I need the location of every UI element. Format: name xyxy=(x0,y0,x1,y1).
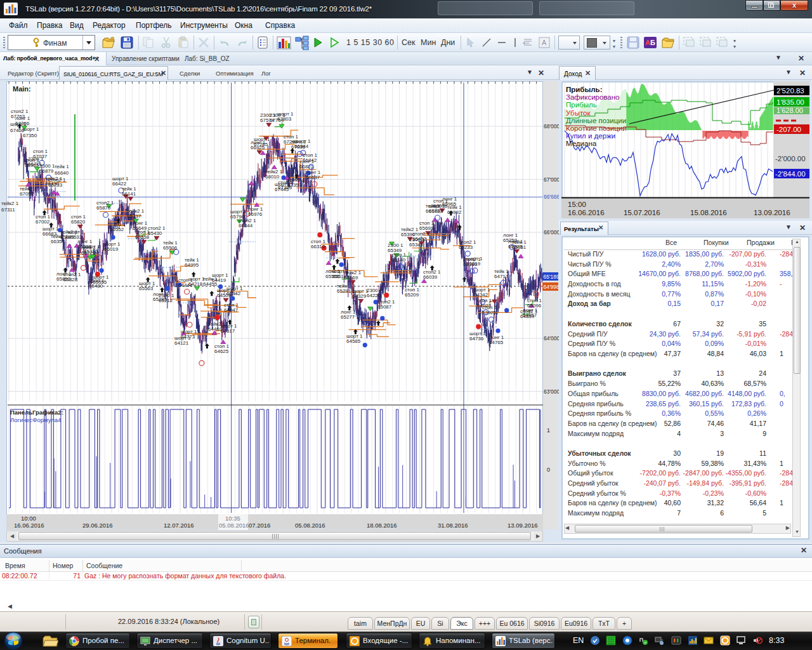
svg-text:68'000: 68'000 xyxy=(544,123,559,129)
svg-text:65992: 65992 xyxy=(447,209,462,215)
svg-text:65277: 65277 xyxy=(341,314,355,320)
svg-text:66'666: 66'666 xyxy=(544,194,559,200)
svg-text:Медиана: Медиана xyxy=(566,140,597,147)
svg-text:64342: 64342 xyxy=(474,292,488,298)
svg-text:64121: 64121 xyxy=(174,340,189,346)
svg-text:65096: 65096 xyxy=(527,303,542,308)
svg-text:1: 1 xyxy=(547,427,550,434)
svg-text:Длинные позиции: Длинные позиции xyxy=(566,117,626,124)
svg-text:65820: 65820 xyxy=(71,219,86,225)
svg-text:64736: 64736 xyxy=(469,336,484,342)
svg-text:65212: 65212 xyxy=(159,298,173,303)
svg-text:66310: 66310 xyxy=(311,244,325,249)
svg-text:64218: 64218 xyxy=(188,281,203,287)
svg-text:Б: Б xyxy=(650,39,655,46)
svg-text:67350: 67350 xyxy=(23,133,37,138)
svg-text:66039: 66039 xyxy=(423,274,438,280)
svg-text:13.09.2016: 13.09.2016 xyxy=(754,209,790,216)
svg-text:64419: 64419 xyxy=(212,277,226,283)
svg-text:Купил и держи: Купил и держи xyxy=(566,132,615,140)
svg-text:15.07.2016: 15.07.2016 xyxy=(624,209,660,216)
svg-text:67803: 67803 xyxy=(277,116,292,122)
svg-text:Короткие позиции: Короткие позиции xyxy=(566,124,627,132)
svg-text:65328: 65328 xyxy=(63,277,78,282)
svg-text:2'520.83: 2'520.83 xyxy=(776,87,804,95)
svg-text:66976: 66976 xyxy=(248,211,263,217)
svg-text:1'628.00: 1'628.00 xyxy=(776,107,803,114)
svg-text:16.06.2016: 16.06.2016 xyxy=(568,209,605,216)
svg-text:65563: 65563 xyxy=(139,286,154,291)
svg-text:66552: 66552 xyxy=(110,227,124,232)
svg-text:64765: 64765 xyxy=(489,340,504,345)
svg-text:Зафиксировано: Зафиксировано xyxy=(566,93,619,101)
svg-text:-2'844.00: -2'844.00 xyxy=(775,170,806,178)
svg-text:66233: 66233 xyxy=(48,182,63,188)
svg-text:65555: 65555 xyxy=(93,279,107,285)
svg-text:66944: 66944 xyxy=(294,143,309,149)
svg-text:65432: 65432 xyxy=(412,236,427,242)
svg-text:65506: 65506 xyxy=(163,245,178,251)
svg-text:64669: 64669 xyxy=(344,275,358,281)
svg-text:66640: 66640 xyxy=(55,170,69,176)
svg-text:64625: 64625 xyxy=(214,348,229,354)
svg-text:64220: 64220 xyxy=(367,293,381,298)
svg-text:63925: 63925 xyxy=(482,310,497,315)
svg-text:65209: 65209 xyxy=(405,292,419,298)
svg-text:64995: 64995 xyxy=(185,262,199,268)
svg-text:ПанельГрафика2:: ПанельГрафика2: xyxy=(10,409,63,416)
svg-text:Main:: Main: xyxy=(13,85,31,93)
svg-text:65087: 65087 xyxy=(377,304,392,310)
svg-text:64329: 64329 xyxy=(352,293,367,299)
svg-text:67037: 67037 xyxy=(33,154,48,159)
svg-text:64'000: 64'000 xyxy=(544,335,559,342)
svg-text:65310: 65310 xyxy=(84,249,98,255)
svg-text:65346: 65346 xyxy=(409,242,424,248)
svg-text:65737: 65737 xyxy=(127,213,141,219)
svg-text:64957: 64957 xyxy=(523,312,537,318)
svg-text:63'000: 63'000 xyxy=(544,388,559,395)
svg-text:67285: 67285 xyxy=(254,142,268,147)
svg-text:Прибыль: Прибыль xyxy=(566,101,597,109)
svg-text:65'189: 65'189 xyxy=(544,274,560,280)
svg-text:64717: 64717 xyxy=(494,274,509,279)
svg-text:66821: 66821 xyxy=(299,164,314,169)
svg-text:64773: 64773 xyxy=(181,334,195,340)
svg-text:65051: 65051 xyxy=(512,244,527,250)
svg-text:66879: 66879 xyxy=(39,168,54,174)
svg-text:67350: 67350 xyxy=(287,182,302,188)
svg-text:66'000: 66'000 xyxy=(544,229,559,235)
svg-text:15.08.2016: 15.08.2016 xyxy=(690,209,727,216)
svg-text:65342: 65342 xyxy=(226,291,241,296)
svg-text:-207.00: -207.00 xyxy=(776,126,801,133)
svg-text:65882: 65882 xyxy=(429,208,443,214)
svg-text:66019: 66019 xyxy=(104,246,119,252)
svg-text:0: 0 xyxy=(547,467,550,473)
svg-text:64585: 64585 xyxy=(346,338,361,344)
svg-text:65870: 65870 xyxy=(96,205,111,211)
svg-text:68010: 68010 xyxy=(265,174,280,180)
svg-text:65140: 65140 xyxy=(391,257,406,263)
svg-text:67002: 67002 xyxy=(36,219,50,225)
svg-text:65019: 65019 xyxy=(466,261,481,267)
svg-text:67311: 67311 xyxy=(1,207,15,213)
svg-text:66842: 66842 xyxy=(303,157,317,163)
svg-text:1'835.00: 1'835.00 xyxy=(776,98,804,106)
svg-text:65699: 65699 xyxy=(419,225,434,231)
svg-text:тейк 1: тейк 1 xyxy=(55,164,69,169)
svg-text:Убыток: Убыток xyxy=(566,109,591,117)
svg-text:65430: 65430 xyxy=(148,230,162,236)
svg-text:тейк2 1: тейк2 1 xyxy=(1,201,19,206)
svg-text:65291: 65291 xyxy=(337,288,351,294)
svg-text:A: A xyxy=(542,39,547,46)
svg-text:Прибыль:: Прибыль: xyxy=(566,86,603,93)
svg-text:шорт 1: шорт 1 xyxy=(23,126,39,132)
svg-text:64817: 64817 xyxy=(221,328,235,334)
svg-text:66637: 66637 xyxy=(306,175,320,180)
svg-text:64'998: 64'998 xyxy=(544,284,560,290)
svg-text:67052: 67052 xyxy=(20,191,34,197)
svg-text:15:00: 15:00 xyxy=(568,201,586,208)
svg-text:67'000: 67'000 xyxy=(544,176,559,183)
svg-text:-2'000.00: -2'000.00 xyxy=(775,155,806,162)
svg-text:ЛогичесФормула4: ЛогичесФормула4 xyxy=(10,416,61,423)
svg-text:65233: 65233 xyxy=(459,244,473,250)
